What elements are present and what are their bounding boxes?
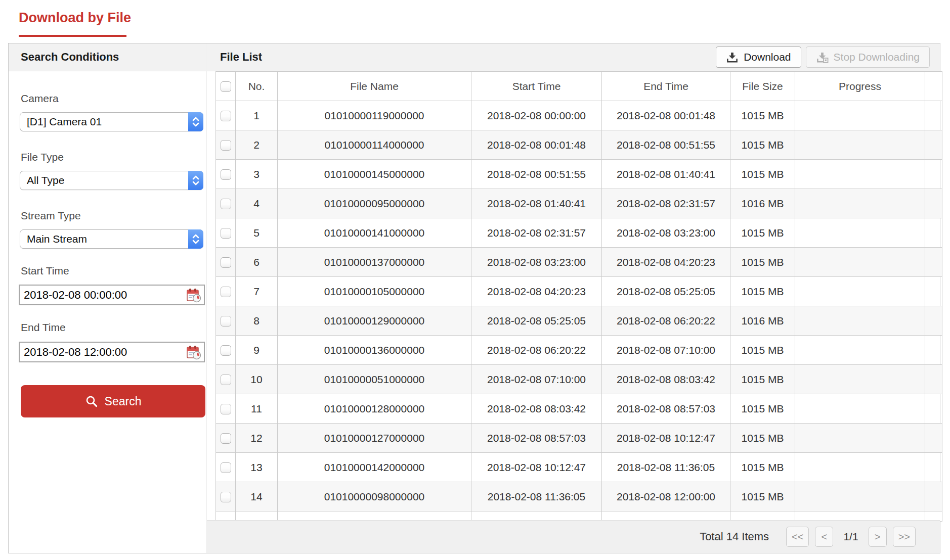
row-gutter bbox=[925, 277, 942, 306]
row-progress bbox=[795, 424, 925, 453]
row-checkbox[interactable] bbox=[221, 169, 231, 180]
last-page-button[interactable]: >> bbox=[893, 527, 916, 547]
row-checkbox[interactable] bbox=[221, 287, 231, 297]
file-type-select[interactable]: All Type bbox=[20, 171, 203, 190]
camera-select-value: [D1] Camera 01 bbox=[27, 116, 102, 128]
row-progress bbox=[795, 218, 925, 248]
row-checkbox-cell bbox=[216, 482, 236, 511]
camera-select[interactable]: [D1] Camera 01 bbox=[20, 112, 203, 131]
calendar-clock-icon[interactable] bbox=[186, 287, 202, 303]
row-start-time: 2018-02-08 08:03:42 bbox=[471, 394, 602, 424]
row-no: 14 bbox=[236, 482, 278, 511]
row-checkbox-cell bbox=[216, 218, 236, 248]
stop-downloading-button[interactable]: Stop Downloading bbox=[806, 46, 930, 68]
row-checkbox-cell bbox=[216, 453, 236, 482]
search-conditions-header: Search Conditions bbox=[9, 43, 206, 71]
row-checkbox[interactable] bbox=[221, 316, 231, 326]
row-checkbox[interactable] bbox=[221, 228, 231, 239]
row-checkbox[interactable] bbox=[221, 257, 231, 268]
row-start-time: 2018-02-08 08:57:03 bbox=[471, 424, 602, 453]
file-type-select-value: All Type bbox=[27, 174, 64, 186]
download-icon bbox=[726, 51, 739, 64]
row-start-time: 2018-02-08 05:25:05 bbox=[471, 306, 602, 336]
table-row: 10 01010000051000000 2018-02-08 07:10:00… bbox=[216, 365, 942, 394]
row-file-size: 1016 MB bbox=[730, 189, 795, 218]
search-button-label: Search bbox=[105, 395, 142, 408]
file-list-panel: File List Download Stop bbox=[207, 43, 940, 553]
camera-label: Camera bbox=[21, 92, 59, 105]
row-checkbox[interactable] bbox=[221, 404, 231, 414]
row-no: 9 bbox=[236, 336, 278, 365]
table-row: 7 01010000105000000 2018-02-08 04:20:23 … bbox=[216, 277, 942, 306]
row-end-time: 2018-02-08 11:36:05 bbox=[602, 453, 730, 482]
row-start-time: 2018-02-08 07:10:00 bbox=[471, 365, 602, 394]
row-progress bbox=[795, 189, 925, 218]
row-checkbox[interactable] bbox=[221, 199, 231, 209]
end-time-field bbox=[19, 342, 205, 362]
row-checkbox[interactable] bbox=[221, 111, 231, 121]
start-time-input[interactable] bbox=[20, 286, 186, 304]
row-checkbox[interactable] bbox=[221, 375, 231, 385]
main-panel: Search Conditions Camera [D1] Camera 01 … bbox=[8, 43, 940, 553]
row-checkbox[interactable] bbox=[221, 433, 231, 444]
row-checkbox[interactable] bbox=[221, 345, 231, 356]
row-checkbox-cell bbox=[216, 189, 236, 218]
table-row: 3 01010000145000000 2018-02-08 00:51:55 … bbox=[216, 160, 942, 189]
row-gutter bbox=[925, 482, 942, 511]
row-progress bbox=[795, 130, 925, 160]
row-end-time: 2018-02-08 00:01:48 bbox=[602, 101, 730, 130]
table-row: 1 01010000119000000 2018-02-08 00:00:00 … bbox=[216, 101, 942, 130]
row-progress bbox=[795, 365, 925, 394]
row-checkbox[interactable] bbox=[221, 140, 231, 151]
row-no: 13 bbox=[236, 453, 278, 482]
row-gutter bbox=[925, 160, 942, 189]
select-spinner-icon bbox=[188, 229, 203, 249]
column-header-gutter bbox=[925, 72, 942, 101]
row-no: 1 bbox=[236, 101, 278, 130]
end-time-input[interactable] bbox=[20, 343, 186, 361]
stream-type-label: Stream Type bbox=[21, 210, 81, 222]
row-file-size: 1015 MB bbox=[730, 482, 795, 511]
row-checkbox-cell bbox=[216, 336, 236, 365]
select-all-checkbox[interactable] bbox=[221, 81, 231, 92]
download-button[interactable]: Download bbox=[716, 46, 801, 68]
row-checkbox-cell bbox=[216, 160, 236, 189]
column-header-start-time: Start Time bbox=[471, 72, 602, 101]
row-gutter bbox=[925, 365, 942, 394]
row-file-size: 1015 MB bbox=[730, 277, 795, 306]
row-file-name: 01010000051000000 bbox=[278, 365, 471, 394]
end-time-label: End Time bbox=[21, 321, 66, 334]
row-checkbox-cell bbox=[216, 101, 236, 130]
row-file-size: 1015 MB bbox=[730, 248, 795, 277]
row-gutter bbox=[925, 336, 942, 365]
select-spinner-icon bbox=[188, 112, 203, 131]
calendar-clock-icon[interactable] bbox=[186, 344, 202, 360]
row-gutter bbox=[925, 218, 942, 248]
row-end-time: 2018-02-08 08:57:03 bbox=[602, 394, 730, 424]
search-button[interactable]: Search bbox=[21, 385, 205, 417]
stream-type-select[interactable]: Main Stream bbox=[20, 229, 203, 249]
row-start-time: 2018-02-08 11:36:05 bbox=[471, 482, 602, 511]
table-row: 14 01010000098000000 2018-02-08 11:36:05… bbox=[216, 482, 942, 511]
row-file-size: 1015 MB bbox=[730, 336, 795, 365]
row-checkbox[interactable] bbox=[221, 492, 231, 502]
row-end-time: 2018-02-08 08:03:42 bbox=[602, 365, 730, 394]
row-start-time: 2018-02-08 04:20:23 bbox=[471, 277, 602, 306]
table-row: 2 01010000114000000 2018-02-08 00:01:48 … bbox=[216, 130, 942, 160]
next-page-button[interactable]: > bbox=[869, 527, 887, 547]
table-row: 5 01010000141000000 2018-02-08 02:31:57 … bbox=[216, 218, 942, 248]
file-list-header: File List bbox=[220, 51, 262, 64]
row-gutter bbox=[925, 130, 942, 160]
table-row: 12 01010000127000000 2018-02-08 08:57:03… bbox=[216, 424, 942, 453]
prev-page-button[interactable]: < bbox=[815, 527, 833, 547]
row-progress bbox=[795, 336, 925, 365]
row-gutter bbox=[925, 189, 942, 218]
select-all-cell bbox=[216, 72, 236, 101]
row-checkbox[interactable] bbox=[221, 462, 231, 473]
row-file-size: 1015 MB bbox=[730, 394, 795, 424]
row-checkbox-cell bbox=[216, 248, 236, 277]
search-icon bbox=[85, 395, 98, 408]
row-gutter bbox=[925, 394, 942, 424]
first-page-button[interactable]: << bbox=[786, 527, 809, 547]
row-progress bbox=[795, 248, 925, 277]
